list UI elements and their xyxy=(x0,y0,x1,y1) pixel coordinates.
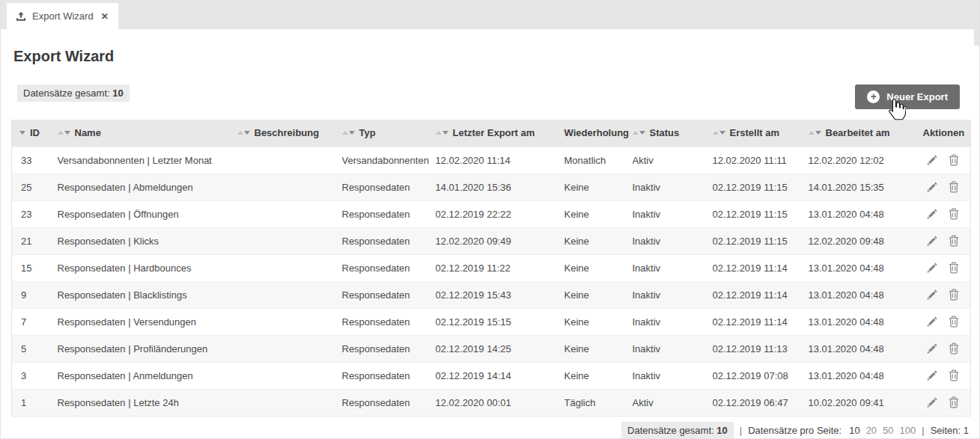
cell-status: Inaktiv xyxy=(633,335,713,362)
delete-trash-icon[interactable] xyxy=(949,262,959,274)
edit-pencil-icon[interactable] xyxy=(926,155,937,166)
edit-pencil-icon[interactable] xyxy=(926,343,937,354)
cell-erstellt: 02.12.2019 11:15 xyxy=(713,227,809,254)
cell-id: 21 xyxy=(12,227,58,254)
column-header-status[interactable]: Status xyxy=(633,120,713,147)
records-total-label: Datensätze gesamt: xyxy=(23,88,110,99)
cell-wiederholung: Keine xyxy=(564,335,633,362)
cell-aktionen xyxy=(914,200,971,227)
column-label: Erstellt am xyxy=(730,127,779,138)
cell-name: Responsedaten | Hardbounces xyxy=(58,254,237,281)
sort-icon xyxy=(436,131,448,135)
cell-erstellt: 02.12.2019 06:47 xyxy=(713,389,809,416)
cell-bearbeitet: 12.02.2020 12:02 xyxy=(809,147,914,174)
toolbar: Datensätze gesamt: 10 + Neuer Export xyxy=(17,85,960,110)
cell-wiederholung: Keine xyxy=(564,174,633,200)
delete-trash-icon[interactable] xyxy=(949,154,959,166)
column-header-letzter-export[interactable]: Letzter Export am xyxy=(436,120,564,147)
edit-pencil-icon[interactable] xyxy=(926,236,937,247)
table-row: 33 Versandabonnenten | Letzter Monat Ver… xyxy=(12,147,971,174)
cell-status: Aktiv xyxy=(633,147,713,174)
edit-pencil-icon[interactable] xyxy=(926,182,937,193)
cell-letzter-export: 12.02.2020 11:14 xyxy=(436,147,564,174)
edit-pencil-icon[interactable] xyxy=(926,289,937,301)
tab-export-wizard[interactable]: Export Wizard ✕ xyxy=(7,3,118,29)
column-header-name[interactable]: Name xyxy=(58,120,237,147)
column-header-beschreibung[interactable]: Beschreibung xyxy=(237,120,342,147)
cell-aktionen xyxy=(914,308,971,335)
cell-beschreibung xyxy=(237,389,342,416)
cell-id: 7 xyxy=(12,308,58,335)
column-label: Status xyxy=(650,127,680,138)
delete-trash-icon[interactable] xyxy=(949,396,959,408)
table-row: 21 Responsedaten | Klicks Responsedaten … xyxy=(12,227,971,254)
delete-trash-icon[interactable] xyxy=(949,289,959,301)
column-header-erstellt[interactable]: Erstellt am xyxy=(713,120,809,147)
column-header-bearbeitet[interactable]: Bearbeitet am xyxy=(809,120,914,147)
cell-erstellt: 02.12.2019 07:08 xyxy=(713,362,809,389)
cell-id: 15 xyxy=(12,254,58,281)
plus-circle-icon: + xyxy=(867,90,880,103)
sort-icon xyxy=(713,131,725,135)
cell-id: 23 xyxy=(12,200,58,227)
cell-name: Versandabonnenten | Letzter Monat xyxy=(58,147,237,174)
column-header-id[interactable]: ID xyxy=(12,120,58,147)
edit-pencil-icon[interactable] xyxy=(926,263,937,274)
cell-typ: Responsedaten xyxy=(342,174,436,200)
separator: | xyxy=(922,425,924,436)
table-row: 5 Responsedaten | Profiländerungen Respo… xyxy=(12,335,971,362)
column-header-typ[interactable]: Typ xyxy=(342,120,436,147)
column-label: Typ xyxy=(359,127,376,138)
cell-erstellt: 02.12.2019 11:13 xyxy=(713,335,809,362)
table-header-row: ID Name Beschreibung Typ Letzter Export … xyxy=(12,120,971,147)
pages-label: Seiten: xyxy=(931,425,961,436)
records-total-badge: Datensätze gesamt: 10 xyxy=(17,85,130,102)
cell-beschreibung xyxy=(237,308,342,335)
tab-close-icon[interactable]: ✕ xyxy=(101,11,109,22)
delete-trash-icon[interactable] xyxy=(949,235,959,247)
cell-bearbeitet: 13.01.2020 04:48 xyxy=(809,335,914,362)
cell-id: 3 xyxy=(12,362,58,389)
cell-name: Responsedaten | Profiländerungen xyxy=(58,335,237,362)
cell-letzter-export: 12.02.2020 00:01 xyxy=(436,389,564,416)
cell-name: Responsedaten | Versendungen xyxy=(58,308,237,335)
cell-wiederholung: Keine xyxy=(564,281,633,308)
delete-trash-icon[interactable] xyxy=(949,369,959,381)
delete-trash-icon[interactable] xyxy=(949,343,959,354)
edit-pencil-icon[interactable] xyxy=(926,397,937,408)
edit-pencil-icon[interactable] xyxy=(926,209,937,220)
cell-bearbeitet: 13.01.2020 04:48 xyxy=(809,200,914,227)
sort-icon xyxy=(237,131,250,135)
cell-bearbeitet: 12.02.2020 09:48 xyxy=(809,227,914,254)
cell-typ: Responsedaten xyxy=(342,362,436,389)
new-export-button[interactable]: + Neuer Export xyxy=(855,85,960,109)
cell-letzter-export: 02.12.2019 14:14 xyxy=(436,362,564,389)
table-row: 25 Responsedaten | Abmeldungen Responsed… xyxy=(12,174,971,200)
delete-trash-icon[interactable] xyxy=(949,181,959,193)
cell-status: Inaktiv xyxy=(633,200,713,227)
cell-beschreibung xyxy=(237,254,342,281)
cell-erstellt: 02.12.2019 11:14 xyxy=(713,254,809,281)
edit-pencil-icon[interactable] xyxy=(926,370,937,381)
footer-records-total-label: Datensätze gesamt: xyxy=(627,425,714,436)
sort-icon xyxy=(342,131,355,135)
pagination-bar: Datensätze gesamt: 10 | Datensätze pro S… xyxy=(1,422,969,439)
delete-trash-icon[interactable] xyxy=(949,208,959,220)
cell-status: Inaktiv xyxy=(633,174,713,200)
cell-name: Responsedaten | Abmeldungen xyxy=(58,174,237,200)
table-row: 9 Responsedaten | Blacklistings Response… xyxy=(12,281,971,308)
cell-name: Responsedaten | Anmeldungen xyxy=(58,362,237,389)
cell-letzter-export: 12.02.2020 09:49 xyxy=(436,227,564,254)
per-page-option-50[interactable]: 50 xyxy=(883,425,893,436)
cell-typ: Responsedaten xyxy=(342,389,436,416)
per-page-option-20[interactable]: 20 xyxy=(866,425,877,436)
column-label: Wiederholung xyxy=(564,127,630,138)
table-row: 15 Responsedaten | Hardbounces Responsed… xyxy=(12,254,971,281)
per-page-option-100[interactable]: 100 xyxy=(900,425,916,436)
exports-table: ID Name Beschreibung Typ Letzter Export … xyxy=(11,120,971,417)
delete-trash-icon[interactable] xyxy=(949,316,959,328)
pages-value: 1 xyxy=(964,425,969,436)
column-label: Beschreibung xyxy=(255,127,320,138)
column-label: Bearbeitet am xyxy=(826,127,890,138)
edit-pencil-icon[interactable] xyxy=(926,316,937,328)
